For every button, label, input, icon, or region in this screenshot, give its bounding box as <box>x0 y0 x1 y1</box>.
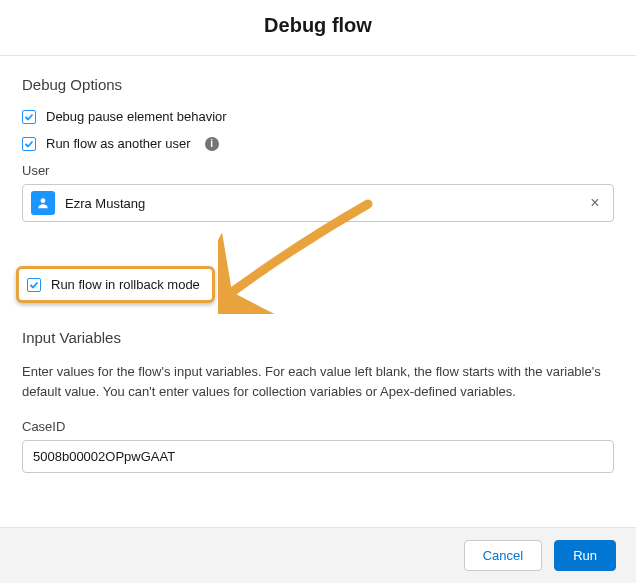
info-icon[interactable]: i <box>205 137 219 151</box>
option-run-as-user[interactable]: Run flow as another user i <box>22 136 614 151</box>
modal-header: Debug flow <box>0 0 636 56</box>
option-debug-pause[interactable]: Debug pause element behavior <box>22 109 614 124</box>
checkbox-rollback-mode[interactable] <box>27 278 41 292</box>
option-run-as-user-label: Run flow as another user <box>46 136 191 151</box>
checkbox-debug-pause[interactable] <box>22 110 36 124</box>
user-lookup-value: Ezra Mustang <box>65 196 145 211</box>
debug-options-heading: Debug Options <box>22 76 614 93</box>
svg-point-0 <box>41 198 46 203</box>
modal-body: Debug Options Debug pause element behavi… <box>0 56 636 473</box>
modal-title: Debug flow <box>0 14 636 37</box>
modal-footer: Cancel Run <box>0 527 636 583</box>
option-rollback-mode-label: Run flow in rollback mode <box>51 277 200 292</box>
input-variables-heading: Input Variables <box>22 329 614 346</box>
input-variables-description: Enter values for the flow's input variab… <box>22 362 614 401</box>
checkbox-run-as-user[interactable] <box>22 137 36 151</box>
caseid-input[interactable] <box>22 440 614 473</box>
user-lookup[interactable]: Ezra Mustang × <box>22 184 614 222</box>
cancel-button[interactable]: Cancel <box>464 540 542 571</box>
run-button[interactable]: Run <box>554 540 616 571</box>
caseid-label: CaseID <box>22 419 614 434</box>
user-field-label: User <box>22 163 614 178</box>
clear-user-icon[interactable]: × <box>585 195 605 211</box>
option-debug-pause-label: Debug pause element behavior <box>46 109 227 124</box>
user-avatar-icon <box>31 191 55 215</box>
option-rollback-mode-highlight: Run flow in rollback mode <box>16 266 215 303</box>
